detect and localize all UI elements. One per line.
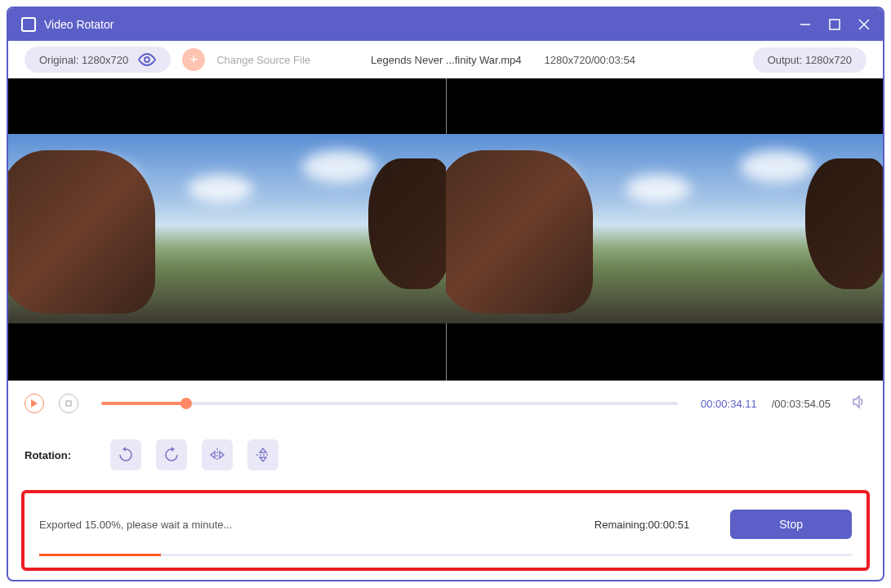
resolution-duration-label: 1280x720/00:03:54 — [545, 54, 635, 66]
app-window: Video Rotator Original: 1280x720 + Chang… — [7, 7, 884, 581]
rotation-panel: Rotation: — [8, 426, 883, 483]
svg-marker-12 — [220, 452, 224, 458]
export-remaining-text: Remaining:00:00:51 — [595, 519, 689, 531]
original-preview-pane — [8, 78, 446, 381]
svg-rect-6 — [66, 401, 71, 406]
preview-eye-icon[interactable] — [138, 53, 156, 66]
playback-controls: 00:00:34.11/00:03:54.05 — [8, 381, 883, 426]
duration-time: /00:03:54.05 — [772, 398, 831, 410]
rotation-label: Rotation: — [25, 449, 71, 461]
original-resolution-pill: Original: 1280x720 — [25, 47, 171, 73]
seek-progress — [101, 402, 186, 405]
original-resolution-label: Original: 1280x720 — [39, 54, 128, 66]
output-resolution-label: Output: 1280x720 — [768, 54, 852, 66]
maximize-button[interactable] — [829, 19, 840, 30]
export-progress-fill — [39, 554, 161, 556]
svg-marker-15 — [260, 457, 266, 461]
stop-playback-button[interactable] — [59, 394, 78, 413]
svg-point-4 — [145, 57, 149, 62]
svg-marker-9 — [172, 447, 175, 452]
export-panel: Exported 15.00%, please wait a minute...… — [21, 490, 870, 571]
export-progress-bar — [39, 554, 852, 556]
svg-rect-1 — [830, 20, 840, 29]
flip-vertical-button[interactable] — [247, 439, 278, 470]
seek-knob[interactable] — [180, 398, 192, 409]
add-file-button[interactable]: + — [182, 48, 205, 71]
filename-label: Legends Never ...finity War.mp4 — [371, 54, 522, 66]
svg-marker-14 — [260, 448, 266, 452]
output-preview-pane — [446, 78, 884, 381]
flip-horizontal-button[interactable] — [202, 439, 233, 470]
current-time: 00:00:34.11 — [701, 398, 757, 410]
titlebar: Video Rotator — [8, 8, 883, 41]
play-button[interactable] — [25, 394, 44, 413]
rotate-left-button[interactable] — [110, 439, 141, 470]
seek-slider[interactable] — [101, 402, 678, 405]
info-bar: Original: 1280x720 + Change Source File … — [8, 41, 883, 78]
app-logo-icon — [21, 17, 36, 32]
close-button[interactable] — [858, 19, 870, 30]
output-resolution-pill: Output: 1280x720 — [753, 47, 866, 73]
export-status-text: Exported 15.00%, please wait a minute... — [39, 519, 232, 531]
svg-marker-8 — [123, 447, 126, 452]
minimize-button[interactable] — [800, 19, 811, 30]
stop-export-button[interactable]: Stop — [730, 510, 852, 539]
rotate-right-button[interactable] — [156, 439, 187, 470]
app-title: Video Rotator — [44, 18, 782, 31]
svg-marker-11 — [211, 452, 215, 458]
svg-marker-5 — [31, 399, 38, 408]
video-preview-area — [8, 78, 883, 381]
volume-icon[interactable] — [852, 394, 866, 412]
change-source-label[interactable]: Change Source File — [216, 54, 310, 66]
svg-marker-7 — [853, 396, 859, 408]
